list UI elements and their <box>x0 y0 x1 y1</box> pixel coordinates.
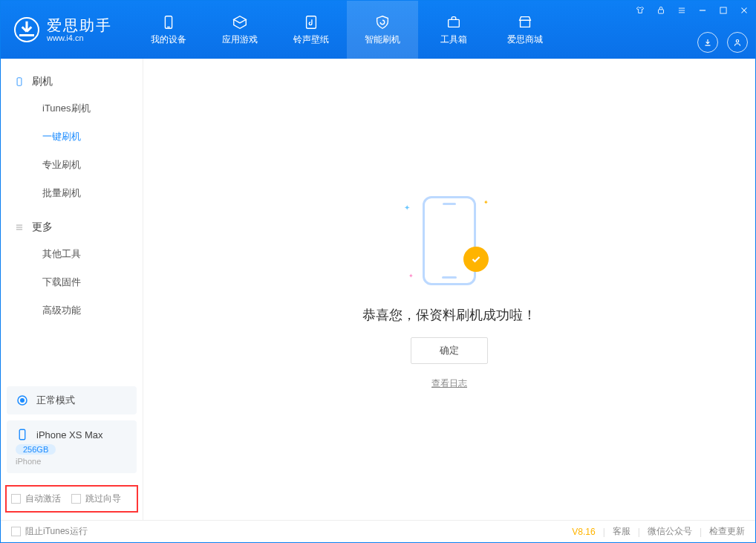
statusbar-left: 阻止iTunes运行 <box>11 525 88 538</box>
sidebar-item-pro-flash[interactable]: 专业刷机 <box>1 151 143 179</box>
nav-smart-flash[interactable]: 智能刷机 <box>347 1 418 59</box>
phone-frame-icon <box>423 196 476 285</box>
menu-icon[interactable] <box>675 4 688 17</box>
sidebar-item-one-key-flash[interactable]: 一键刷机 <box>1 123 143 151</box>
sidebar-group-flash: 刷机 <box>1 69 143 94</box>
phone-icon <box>14 77 25 87</box>
device-name: iPhone XS Max <box>36 429 103 440</box>
device-mode-label: 正常模式 <box>36 394 75 407</box>
sparkle-icon: ✦ <box>483 199 489 206</box>
sidebar-item-other-tools[interactable]: 其他工具 <box>1 240 143 268</box>
list-icon <box>14 222 25 233</box>
sidebar-group-more: 更多 <box>1 215 143 240</box>
svg-rect-9 <box>720 7 726 13</box>
sparkle-icon: ✦ <box>408 273 414 279</box>
music-file-icon <box>303 14 319 30</box>
app-header: 爱思助手 www.i4.cn 我的设备 应用游戏 铃声壁纸 智能刷机 工具箱 爱… <box>1 1 755 59</box>
nav-label: 铃声壁纸 <box>293 33 329 46</box>
nav-toolbox[interactable]: 工具箱 <box>418 1 489 59</box>
checkbox-auto-activate[interactable]: 自动激活 <box>11 492 61 505</box>
nav-label: 应用游戏 <box>222 33 258 46</box>
svg-rect-13 <box>17 78 22 86</box>
device-type: iPhone <box>16 457 128 466</box>
success-message: 恭喜您，保资料刷机成功啦！ <box>362 306 536 324</box>
app-subtitle: www.i4.cn <box>47 33 112 42</box>
svg-rect-4 <box>659 10 664 13</box>
lock-icon[interactable] <box>654 4 668 17</box>
nav-store[interactable]: 爱思商城 <box>489 1 561 59</box>
nav-ringtone-wallpaper[interactable]: 铃声壁纸 <box>276 1 347 59</box>
shirt-icon[interactable] <box>633 4 647 17</box>
nav-label: 爱思商城 <box>507 33 543 46</box>
checkbox-icon <box>71 494 81 504</box>
nav-my-device[interactable]: 我的设备 <box>133 1 204 59</box>
maximize-icon[interactable] <box>717 4 730 17</box>
download-button[interactable] <box>697 32 718 53</box>
sparkle-icon: ✦ <box>404 204 410 212</box>
separator: | <box>700 527 702 537</box>
svg-rect-2 <box>307 16 316 28</box>
logo-block: 爱思助手 www.i4.cn <box>1 1 126 59</box>
shop-icon <box>517 14 533 30</box>
group-label: 更多 <box>32 221 53 234</box>
statusbar-right: V8.16 | 客服 | 微信公众号 | 检查更新 <box>572 525 745 538</box>
shield-refresh-icon <box>374 14 391 30</box>
svg-point-12 <box>736 40 739 43</box>
checkbox-icon <box>11 494 21 504</box>
window-controls <box>633 4 751 17</box>
sidebar: 刷机 iTunes刷机 一键刷机 专业刷机 批量刷机 更多 其他工具 下载固件 … <box>1 59 143 520</box>
sidebar-item-download-firmware[interactable]: 下载固件 <box>1 268 143 296</box>
phone-icon <box>16 428 29 441</box>
logo-icon <box>14 17 39 42</box>
status-bar: 阻止iTunes运行 V8.16 | 客服 | 微信公众号 | 检查更新 <box>1 520 755 542</box>
user-button[interactable] <box>727 32 748 53</box>
version-label: V8.16 <box>572 527 595 537</box>
main-content: ✦ ✦ ✦ 恭喜您，保资料刷机成功啦！ 确定 查看日志 <box>143 59 755 520</box>
svg-rect-19 <box>19 429 25 440</box>
sidebar-item-batch-flash[interactable]: 批量刷机 <box>1 179 143 207</box>
app-body: 刷机 iTunes刷机 一键刷机 专业刷机 批量刷机 更多 其他工具 下载固件 … <box>1 59 755 520</box>
success-illustration: ✦ ✦ ✦ <box>394 189 505 293</box>
nav-label: 工具箱 <box>440 33 467 46</box>
separator: | <box>603 527 605 537</box>
main-nav: 我的设备 应用游戏 铃声壁纸 智能刷机 工具箱 爱思商城 <box>133 1 561 59</box>
checkbox-block-itunes[interactable]: 阻止iTunes运行 <box>11 525 88 538</box>
checkbox-skip-guide[interactable]: 跳过向导 <box>71 492 121 505</box>
separator: | <box>638 527 640 537</box>
checkbox-label: 自动激活 <box>25 492 61 505</box>
close-icon[interactable] <box>737 4 751 17</box>
logo-text: 爱思助手 www.i4.cn <box>47 17 112 42</box>
device-icon <box>160 14 177 30</box>
briefcase-icon <box>446 14 462 30</box>
device-cards: 正常模式 iPhone XS Max 256GB iPhone <box>1 380 143 479</box>
device-mode-card[interactable]: 正常模式 <box>7 386 137 414</box>
nav-label: 我的设备 <box>151 33 186 46</box>
svg-rect-3 <box>449 19 460 27</box>
cube-icon <box>232 14 248 30</box>
checkbox-icon <box>11 527 21 536</box>
flash-options-box: 自动激活 跳过向导 <box>5 485 138 513</box>
normal-mode-icon <box>16 394 29 407</box>
svg-point-18 <box>21 399 25 403</box>
checkbox-label: 跳过向导 <box>85 492 121 505</box>
checkmark-badge-icon <box>463 247 489 272</box>
nav-apps-games[interactable]: 应用游戏 <box>204 1 276 59</box>
device-capacity: 256GB <box>16 444 56 455</box>
sidebar-item-advanced[interactable]: 高级功能 <box>1 296 143 325</box>
ok-button[interactable]: 确定 <box>411 337 488 364</box>
app-title: 爱思助手 <box>47 17 112 33</box>
check-update-link[interactable]: 检查更新 <box>709 525 745 538</box>
sidebar-item-itunes-flash[interactable]: iTunes刷机 <box>1 94 143 123</box>
header-actions <box>697 32 748 53</box>
group-label: 刷机 <box>32 75 53 88</box>
wechat-link[interactable]: 微信公众号 <box>648 525 692 538</box>
nav-label: 智能刷机 <box>365 33 400 46</box>
support-link[interactable]: 客服 <box>613 525 630 538</box>
minimize-icon[interactable] <box>696 4 709 17</box>
device-info-card[interactable]: iPhone XS Max 256GB iPhone <box>7 420 137 473</box>
checkbox-label: 阻止iTunes运行 <box>25 525 88 538</box>
view-log-link[interactable]: 查看日志 <box>431 377 467 390</box>
